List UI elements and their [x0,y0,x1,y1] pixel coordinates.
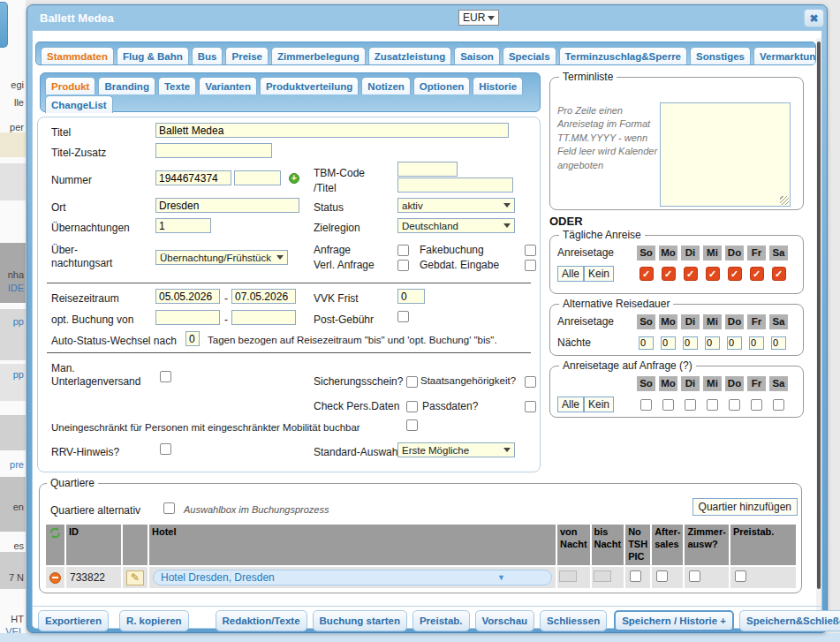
nummer-input-2[interactable] [234,170,281,185]
tbm-code-input[interactable] [397,162,458,177]
day-checkbox[interactable] [773,399,784,411]
sub-tab-changelist[interactable]: ChangeList [45,95,113,113]
opt-to-input[interactable] [231,310,296,325]
day-checkbox-checked[interactable]: ✓ [750,267,764,281]
quartier-hinzufuegen-button[interactable]: Quartier hinzufügen [692,498,798,516]
reise-from-input[interactable] [155,289,220,304]
titel-input[interactable] [155,123,509,138]
day-checkbox-checked[interactable]: ✓ [772,267,786,281]
bis-nacht-input[interactable] [594,570,611,582]
sub-tab-branding[interactable]: Branding [98,77,155,94]
auto-status-input[interactable] [185,331,200,346]
refresh-column-header[interactable] [46,525,64,565]
button-vorschau[interactable]: Vorschau [475,610,535,631]
no-tsh-pic-checkbox[interactable] [630,570,641,582]
tab-vermarktung[interactable]: Vermarktung [753,47,816,64]
nights-input[interactable] [727,336,742,350]
day-checkbox[interactable] [685,399,696,411]
nights-input[interactable] [705,336,720,350]
reise-to-input[interactable] [231,289,296,304]
sub-tab-optionen[interactable]: Optionen [413,77,470,94]
scrollbar-thumb[interactable] [817,42,821,589]
anfrage-checkbox[interactable] [397,245,409,256]
after-sales-checkbox[interactable] [656,570,668,582]
sub-tab-notizen[interactable]: Notizen [361,77,411,94]
titel-zusatz-input[interactable] [155,143,272,158]
ort-input[interactable] [155,198,299,213]
button-redaktion-texte[interactable]: Redaktion/Texte [216,610,307,631]
nights-input[interactable] [771,336,786,350]
kein-button[interactable]: Kein [584,266,614,282]
check-pers-checkbox[interactable] [406,401,418,412]
day-checkbox-checked[interactable]: ✓ [684,267,698,281]
button-speichern-historie[interactable]: Speichern / Historie + [614,610,734,631]
alle-button[interactable]: Alle [557,266,584,282]
tbm-titel-input[interactable] [397,177,513,193]
day-checkbox-checked[interactable]: ✓ [639,267,654,281]
vvk-frist-input[interactable] [397,289,425,304]
sicherungsschein-checkbox[interactable] [406,376,418,388]
day-checkbox[interactable] [662,399,674,411]
tab-zimmerbelegung[interactable]: Zimmerbelegung [271,47,366,64]
button-schliessen[interactable]: Schliessen [540,610,607,631]
tab-flug-bahn[interactable]: Flug & Bahn [117,47,189,64]
sub-tab-produkt[interactable]: Produkt [45,77,95,94]
day-checkbox[interactable] [707,399,718,411]
sub-tab-produktverteilung[interactable]: Produktverteilung [260,77,359,94]
button-r-kopieren[interactable]: R. kopieren [119,610,189,631]
preistab-checkbox[interactable] [735,570,746,582]
fakebuchung-checkbox[interactable] [525,245,536,256]
terminliste-textarea[interactable] [660,102,791,207]
quartiere-alternativ-checkbox[interactable] [163,502,175,514]
tab-terminzuschlag-sperre[interactable]: Terminzuschlag&Sperre [559,47,687,64]
hotel-select[interactable]: Hotel Dresden, Dresden ▼ [153,570,552,585]
status-select[interactable]: aktiv [397,198,515,213]
day-checkbox[interactable] [640,399,652,411]
gebdat-checkbox[interactable] [525,260,536,271]
day-checkbox-checked[interactable]: ✓ [728,267,742,281]
tab-preise[interactable]: Preise [225,47,269,64]
sub-tab-varianten[interactable]: Varianten [199,77,257,94]
day-checkbox[interactable] [729,399,740,411]
button-preistab[interactable]: Preistab. [412,610,470,631]
nights-input[interactable] [683,336,698,350]
day-checkbox-checked[interactable]: ✓ [662,267,676,281]
nights-input[interactable] [639,336,654,350]
currency-select[interactable]: EUR [458,10,499,26]
day-checkbox[interactable] [751,399,762,411]
day-checkbox-checked[interactable]: ✓ [706,267,720,281]
uebernachtungsart-select[interactable]: Übernachtung/Frühstück [155,250,288,265]
button-speichern-schlie-en[interactable]: Speichern&Schließen [739,610,840,631]
zimmer-ausw-checkbox[interactable] [689,570,700,582]
scrollbar-track[interactable] [816,38,821,612]
button-exportieren[interactable]: Exportieren [38,610,109,631]
passdaten-checkbox[interactable] [525,401,536,412]
post-gebuehr-checkbox[interactable] [397,311,409,322]
nummer-input[interactable] [155,170,231,185]
von-nacht-input[interactable] [559,570,577,582]
mobilitaet-checkbox[interactable] [406,419,418,431]
close-button[interactable]: ✖ [804,9,824,27]
man-unterlagen-checkbox[interactable] [160,371,171,382]
remove-icon[interactable] [49,572,61,584]
uebernachtungen-input[interactable] [155,218,211,233]
tab-saison[interactable]: Saison [454,47,500,64]
edit-button[interactable]: ✎ [126,570,144,585]
nights-input[interactable] [661,336,676,350]
dialog-titlebar[interactable]: Ballett Medea EUR ✖ [27,5,827,30]
sub-tab-texte[interactable]: Texte [158,77,196,94]
opt-from-input[interactable] [155,310,220,325]
nights-input[interactable] [749,336,764,350]
sub-tab-historie[interactable]: Historie [473,77,523,94]
add-icon[interactable]: + [289,173,299,184]
button-buchung-starten[interactable]: Buchung starten [313,610,407,631]
zielregion-select[interactable]: Deutschland [397,218,515,233]
resize-handle-icon[interactable] [780,196,789,205]
verl-anfrage-checkbox[interactable] [397,260,409,271]
kein-button[interactable]: Kein [584,397,614,412]
tab-stammdaten[interactable]: Stammdaten [41,47,114,64]
tab-sonstiges[interactable]: Sonstiges [690,47,751,64]
tab-specials[interactable]: Specials [503,47,556,64]
rrv-hinweis-checkbox[interactable] [160,443,171,455]
standard-auswahl-select[interactable]: Erste Mögliche [397,442,515,457]
